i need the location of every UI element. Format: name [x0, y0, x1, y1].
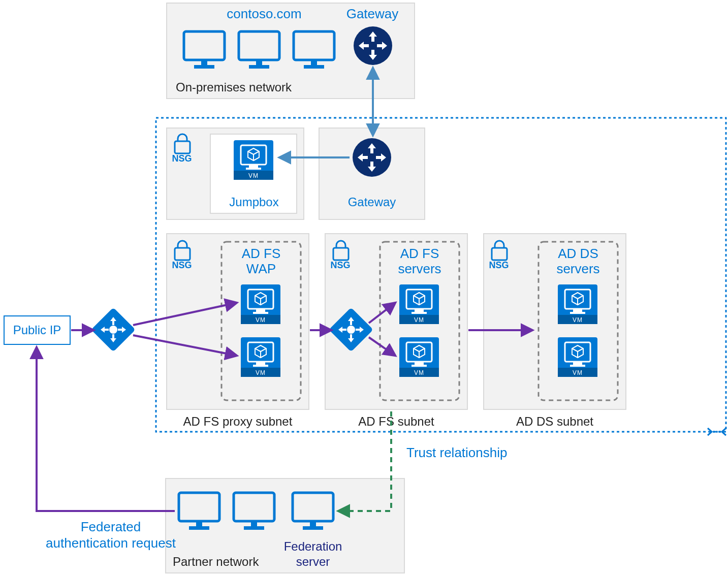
federated-auth-link	[37, 347, 175, 511]
adfs-wap-title2: WAP	[246, 261, 276, 276]
partner-network-label: Partner network	[173, 555, 259, 568]
adds-subnet-label: AD DS subnet	[516, 414, 593, 428]
adds-title1: AD DS	[558, 246, 598, 261]
adfs-proxy-subnet: NSG AD FS WAP VM VM AD FS proxy subnet	[167, 234, 309, 428]
jumpbox-subnet: NSG VM Jumpbox	[167, 128, 304, 219]
vm-label: VM	[256, 316, 266, 324]
nsg-label: NSG	[172, 153, 192, 164]
fed-auth-label1: Federated	[81, 519, 141, 534]
adfs-title2: servers	[398, 261, 441, 276]
jumpbox-label: Jumpbox	[229, 195, 278, 209]
adfs-subnet-label: AD FS subnet	[358, 414, 434, 428]
vm-label: VM	[256, 369, 266, 376]
adfs-wap-title1: AD FS	[242, 246, 281, 261]
vm-label: VM	[414, 369, 424, 376]
vm-label: VM	[573, 369, 583, 376]
onprem-gateway-label: Gateway	[346, 6, 399, 21]
public-ip-box: Public IP	[4, 316, 70, 344]
trust-label: Trust relationship	[406, 445, 507, 460]
nsg-label: NSG	[489, 260, 509, 270]
adfs-proxy-subnet-label: AD FS proxy subnet	[183, 414, 293, 428]
partner-network-box: Partner network Federation server	[166, 478, 404, 573]
router-icon	[353, 138, 391, 177]
federation-server-label1: Federation	[284, 539, 342, 553]
vm-label: VM	[573, 316, 583, 324]
onprem-name-label: On-premises network	[176, 80, 292, 94]
nsg-label: NSG	[330, 260, 350, 270]
nsg-label: NSG	[172, 260, 192, 270]
adfs-title1: AD FS	[400, 246, 439, 261]
router-icon	[354, 26, 392, 65]
vm-label: VM	[248, 172, 259, 179]
cloud-gateway-box: Gateway	[319, 128, 425, 219]
federation-server-label2: server	[296, 555, 330, 568]
vm-label: VM	[414, 316, 424, 324]
cloud-gateway-label: Gateway	[348, 195, 396, 209]
adds-title2: servers	[556, 261, 599, 276]
fed-auth-label2: authentication request	[46, 535, 176, 551]
load-balancer-icon	[91, 307, 136, 352]
onprem-network-box: contoso.com Gateway On-premises network	[167, 3, 415, 99]
public-ip-label: Public IP	[13, 323, 61, 337]
onprem-domain-label: contoso.com	[227, 6, 301, 21]
